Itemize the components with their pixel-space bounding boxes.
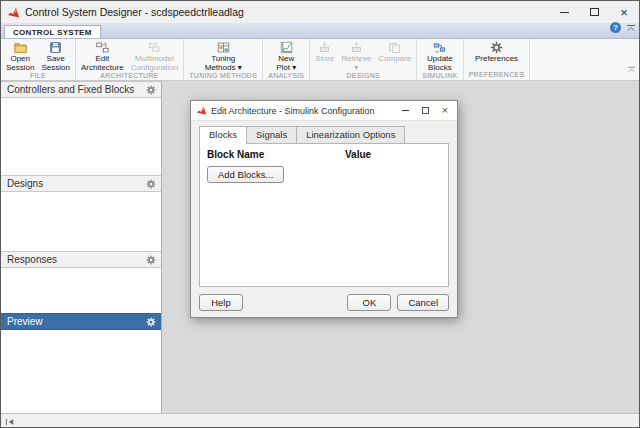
tab-control-system[interactable]: CONTROL SYSTEM bbox=[4, 25, 101, 38]
panel-preview: Preview bbox=[1, 313, 161, 413]
tab-linearization-options[interactable]: Linearization Options bbox=[296, 126, 405, 143]
dialog-title: Edit Architecture - Simulink Configurati… bbox=[211, 106, 375, 116]
section-label-preferences: PREFERENCES bbox=[466, 71, 528, 80]
blocks-table[interactable]: Block Name Value Add Blocks... bbox=[199, 143, 449, 287]
store-icon bbox=[318, 41, 331, 54]
panel-header-preview[interactable]: Preview bbox=[1, 313, 161, 330]
dialog-close-button[interactable]: × bbox=[435, 102, 455, 120]
update-blocks-icon bbox=[433, 41, 446, 54]
gear-icon[interactable] bbox=[146, 317, 156, 327]
open-folder-icon bbox=[14, 41, 27, 54]
collapse-toolstrip-icon[interactable] bbox=[627, 59, 636, 77]
multimodel-configuration-button[interactable]: Multimodel Configuration bbox=[128, 40, 182, 72]
close-icon: × bbox=[442, 105, 448, 116]
ribbon-section-simulink: Update Blocks SIMULINK bbox=[417, 39, 463, 80]
retrieve-button[interactable]: Retrieve ▾ bbox=[338, 40, 374, 72]
tab-signals[interactable]: Signals bbox=[246, 126, 297, 143]
gear-icon[interactable] bbox=[146, 179, 156, 189]
store-button[interactable]: Store bbox=[312, 40, 337, 64]
panel-designs: Designs bbox=[1, 175, 161, 251]
collapse-sidebar-icon[interactable] bbox=[5, 412, 16, 428]
minimize-icon bbox=[402, 110, 409, 111]
panel-header-designs[interactable]: Designs bbox=[1, 175, 161, 192]
preview-area[interactable] bbox=[1, 330, 161, 413]
cancel-button[interactable]: Cancel bbox=[397, 294, 449, 311]
matlab-logo-icon bbox=[196, 105, 207, 116]
column-header-block-name: Block Name bbox=[207, 149, 345, 160]
store-label: Store bbox=[315, 55, 334, 64]
open-session-button[interactable]: Open Session bbox=[3, 40, 37, 72]
responses-list[interactable] bbox=[1, 268, 161, 313]
panel-title: Preview bbox=[7, 316, 43, 327]
add-blocks-button[interactable]: Add Blocks... bbox=[207, 166, 284, 183]
update-blocks-button[interactable]: Update Blocks bbox=[424, 40, 456, 72]
matlab-logo-icon bbox=[7, 6, 20, 19]
minimize-button[interactable] bbox=[549, 1, 579, 23]
retrieve-label: Retrieve ▾ bbox=[341, 55, 371, 72]
maximize-button[interactable] bbox=[579, 1, 609, 23]
compare-label: Compare bbox=[378, 55, 411, 64]
preferences-label: Preferences bbox=[475, 55, 518, 64]
column-header-value: Value bbox=[345, 149, 371, 160]
dialog-titlebar[interactable]: Edit Architecture - Simulink Configurati… bbox=[191, 101, 457, 121]
tabstrip-right-icons: ? bbox=[610, 18, 636, 38]
tab-blocks[interactable]: Blocks bbox=[199, 126, 247, 144]
table-header-row: Block Name Value bbox=[207, 149, 441, 160]
toolstrip: Open Session Save Session FILE Edit Arch… bbox=[1, 39, 639, 81]
tuning-methods-button[interactable]: Tuning Methods ▾ bbox=[202, 40, 245, 72]
section-label-file: FILE bbox=[3, 72, 73, 81]
panel-header-responses[interactable]: Responses bbox=[1, 251, 161, 268]
ribbon-section-designs: Store Retrieve ▾ Compare DESIGNS bbox=[310, 39, 417, 80]
window-title: Control System Designer - scdspeedctrlle… bbox=[25, 6, 244, 18]
control-system-designer-window: Control System Designer - scdspeedctrlle… bbox=[0, 0, 640, 428]
multimodel-configuration-label: Multimodel Configuration bbox=[131, 55, 179, 72]
open-session-label: Open Session bbox=[6, 55, 34, 72]
toolstrip-tab-row: CONTROL SYSTEM ? bbox=[1, 23, 639, 39]
dialog-maximize-button[interactable] bbox=[415, 102, 435, 120]
ribbon-section-file: Open Session Save Session FILE bbox=[1, 39, 76, 80]
section-label-simulink: SIMULINK bbox=[419, 72, 460, 81]
dialog-minimize-button[interactable] bbox=[395, 102, 415, 120]
edit-architecture-label: Edit Architecture bbox=[81, 55, 124, 72]
save-session-button[interactable]: Save Session bbox=[38, 40, 72, 72]
section-label-architecture: ARCHITECTURE bbox=[78, 72, 181, 81]
preferences-button[interactable]: Preferences bbox=[472, 40, 521, 64]
maximize-icon bbox=[590, 8, 599, 16]
panel-controllers-and-fixed-blocks: Controllers and Fixed Blocks bbox=[1, 81, 161, 175]
panel-header-controllers[interactable]: Controllers and Fixed Blocks bbox=[1, 81, 161, 98]
workspace: Controllers and Fixed Blocks Designs Res… bbox=[1, 81, 639, 413]
help-icon[interactable]: ? bbox=[610, 22, 621, 33]
data-browser: Controllers and Fixed Blocks Designs Res… bbox=[1, 81, 162, 413]
ok-button[interactable]: OK bbox=[347, 294, 391, 311]
panel-title: Designs bbox=[7, 178, 43, 189]
section-label-tuning-methods: TUNING METHODS bbox=[186, 72, 260, 81]
retrieve-icon bbox=[350, 41, 363, 54]
gear-icon[interactable] bbox=[146, 255, 156, 265]
designs-list[interactable] bbox=[1, 192, 161, 251]
edit-architecture-button[interactable]: Edit Architecture bbox=[78, 40, 127, 72]
preferences-gear-icon bbox=[490, 41, 503, 54]
tuning-methods-icon bbox=[217, 41, 230, 54]
panel-responses: Responses bbox=[1, 251, 161, 313]
ribbon-section-tuning-methods: Tuning Methods ▾ TUNING METHODS bbox=[184, 39, 263, 80]
help-glyph: ? bbox=[613, 23, 618, 32]
multimodel-configuration-icon bbox=[148, 41, 161, 54]
dialog-tabbar: Blocks Signals Linearization Options bbox=[191, 121, 457, 143]
dialog-footer: Help OK Cancel bbox=[191, 287, 457, 317]
panel-title: Responses bbox=[7, 254, 57, 265]
gear-icon[interactable] bbox=[146, 85, 156, 95]
edit-architecture-icon bbox=[96, 41, 109, 54]
edit-architecture-dialog: Edit Architecture - Simulink Configurati… bbox=[190, 100, 458, 318]
document-area: Edit Architecture - Simulink Configurati… bbox=[162, 81, 639, 413]
ribbon-section-architecture: Edit Architecture Multimodel Configurati… bbox=[76, 39, 184, 80]
help-button[interactable]: Help bbox=[199, 294, 243, 311]
section-label-analysis: ANALYSIS bbox=[265, 72, 307, 81]
controllers-list[interactable] bbox=[1, 98, 161, 175]
minimize-icon bbox=[560, 12, 569, 13]
new-plot-label: New Plot ▾ bbox=[276, 55, 296, 72]
tuning-methods-label: Tuning Methods ▾ bbox=[205, 55, 242, 72]
titlebar[interactable]: Control System Designer - scdspeedctrlle… bbox=[1, 1, 639, 23]
new-plot-button[interactable]: New Plot ▾ bbox=[273, 40, 299, 72]
minimize-toolstrip-icon[interactable] bbox=[626, 18, 636, 36]
compare-button[interactable]: Compare bbox=[375, 40, 414, 64]
